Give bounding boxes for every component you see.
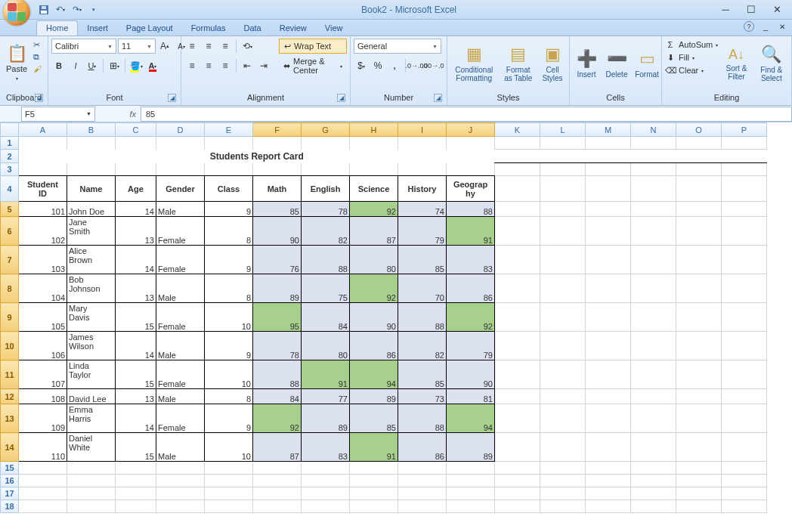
name-box[interactable]: F5▼ [21, 107, 95, 122]
tab-page-layout[interactable]: Page Layout [117, 21, 182, 36]
cell[interactable]: 101 [19, 202, 67, 217]
cell[interactable]: AliceBrown [67, 246, 116, 274]
cell[interactable]: 92 [350, 274, 398, 303]
format-painter-icon[interactable]: 🖌 [33, 64, 42, 73]
cell[interactable] [19, 462, 67, 475]
border-button[interactable]: ⊞▾ [107, 58, 122, 73]
cell[interactable] [586, 487, 631, 500]
cell[interactable]: 89 [302, 404, 350, 433]
cell[interactable]: Female [156, 404, 205, 433]
cell[interactable]: LindaTaylor [67, 360, 116, 389]
cell[interactable]: 73 [398, 389, 447, 404]
cell[interactable]: 92 [253, 404, 302, 433]
format-as-table-button[interactable]: ▤Format as Table [500, 39, 536, 88]
cell[interactable]: Male [156, 389, 205, 404]
cell[interactable]: Female [156, 303, 205, 332]
cell[interactable]: BobJohnson [67, 274, 116, 303]
align-left-icon[interactable]: ≡ [184, 58, 200, 73]
cell[interactable] [722, 462, 767, 475]
cell[interactable] [302, 475, 350, 487]
cell[interactable]: JamesWilson [67, 332, 116, 360]
cell[interactable] [302, 462, 350, 475]
align-bottom-icon[interactable]: ≡ [218, 39, 233, 54]
align-top-icon[interactable]: ≡ [184, 39, 200, 54]
row-header[interactable]: 16 [1, 475, 19, 487]
font-color-button[interactable]: A▾ [145, 58, 160, 73]
cell[interactable]: Female [156, 217, 205, 246]
cell[interactable]: 84 [253, 389, 302, 404]
cell[interactable]: 109 [19, 404, 67, 433]
bold-button[interactable]: B [51, 58, 67, 73]
clipboard-dialog-icon[interactable]: ◢ [35, 94, 43, 102]
cell[interactable] [398, 487, 447, 500]
row-header[interactable]: 12 [1, 389, 19, 404]
cell[interactable]: 88 [302, 246, 350, 274]
clear-button[interactable]: ⌫Clear ▾ [665, 64, 718, 76]
sort-filter-button[interactable]: A↓Sort & Filter [721, 39, 751, 88]
cell[interactable]: 77 [302, 389, 350, 404]
cell[interactable]: MaryDavis [67, 303, 116, 332]
row-header[interactable]: 7 [1, 246, 19, 274]
cell[interactable]: 87 [253, 433, 302, 462]
row-header[interactable]: 3 [1, 163, 19, 176]
number-dialog-icon[interactable]: ◢ [434, 94, 442, 102]
undo-icon[interactable]: ↶▾ [54, 4, 67, 16]
cell[interactable]: 13 [116, 217, 156, 246]
cell[interactable] [302, 487, 350, 500]
cell[interactable]: 89 [447, 433, 495, 462]
help-icon[interactable]: ? [744, 21, 754, 32]
number-format-select[interactable]: General▼ [354, 39, 441, 54]
cell[interactable] [398, 462, 447, 475]
cell[interactable]: 8 [205, 217, 253, 246]
column-header[interactable]: O [676, 123, 722, 137]
cell[interactable]: 76 [253, 246, 302, 274]
cell[interactable]: 75 [302, 274, 350, 303]
cell[interactable] [156, 475, 205, 487]
conditional-formatting-button[interactable]: ▦Conditional Formatting [450, 39, 497, 88]
cell[interactable] [156, 500, 205, 513]
cell[interactable]: 8 [205, 389, 253, 404]
cell[interactable] [631, 462, 676, 475]
copy-icon[interactable]: ⧉ [33, 52, 42, 62]
cell[interactable]: 95 [253, 303, 302, 332]
cell[interactable]: 85 [398, 360, 447, 389]
cell[interactable]: 9 [205, 202, 253, 217]
italic-button[interactable]: I [68, 58, 83, 73]
cell[interactable] [676, 500, 722, 513]
comma-icon[interactable]: , [387, 58, 402, 73]
cell[interactable]: 79 [398, 217, 447, 246]
cell[interactable] [495, 500, 540, 513]
cell[interactable] [67, 500, 116, 513]
cell[interactable] [116, 500, 156, 513]
row-header[interactable]: 17 [1, 487, 19, 500]
cell[interactable]: 85 [253, 202, 302, 217]
font-dialog-icon[interactable]: ◢ [168, 94, 176, 102]
cell[interactable] [67, 487, 116, 500]
cell[interactable] [205, 475, 253, 487]
cell[interactable] [350, 500, 398, 513]
redo-icon[interactable]: ↷▾ [71, 4, 83, 16]
cell[interactable]: Male [156, 433, 205, 462]
cell[interactable] [205, 487, 253, 500]
cell[interactable] [350, 475, 398, 487]
cell[interactable]: 78 [253, 332, 302, 360]
cell[interactable]: Male [156, 274, 205, 303]
cell[interactable] [253, 462, 302, 475]
cell[interactable]: 10 [205, 433, 253, 462]
cell[interactable]: 94 [350, 360, 398, 389]
row-header[interactable]: 14 [1, 433, 19, 462]
cell[interactable]: 86 [447, 274, 495, 303]
cell[interactable] [540, 462, 586, 475]
cell[interactable]: David Lee [67, 389, 116, 404]
cell[interactable]: 89 [350, 389, 398, 404]
cell[interactable] [447, 475, 495, 487]
maximize-button[interactable]: ☐ [744, 4, 759, 16]
cell[interactable] [447, 462, 495, 475]
fill-color-button[interactable]: 🪣▾ [128, 58, 144, 73]
tab-data[interactable]: Data [234, 21, 270, 36]
cell[interactable] [722, 500, 767, 513]
row-header[interactable]: 11 [1, 360, 19, 389]
select-all-corner[interactable] [1, 123, 19, 137]
column-header[interactable]: G [302, 123, 350, 137]
insert-button[interactable]: ➕Insert [573, 39, 600, 88]
